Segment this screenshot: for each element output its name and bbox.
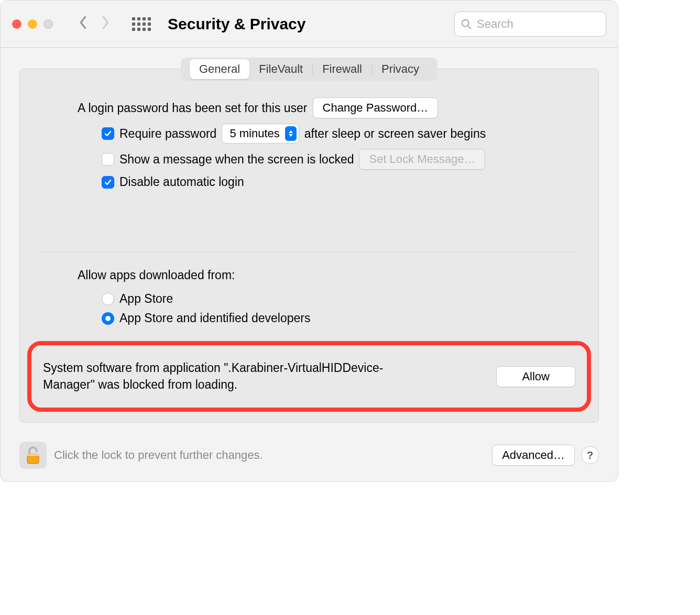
show-all-icon[interactable]	[132, 17, 151, 31]
tab-privacy[interactable]: Privacy	[372, 59, 429, 79]
toolbar: Security & Privacy	[1, 1, 618, 48]
advanced-button[interactable]: Advanced…	[492, 445, 575, 466]
radio-identified-label: App Store and identified developers	[119, 311, 310, 325]
chevron-up-down-icon	[285, 126, 297, 141]
disable-auto-login-checkbox[interactable]	[102, 176, 114, 189]
window-controls	[12, 19, 53, 29]
password-delay-value: 5 minutes	[229, 127, 279, 140]
radio-app-store-label: App Store	[119, 292, 173, 306]
login-password-row: A login password has been set for this u…	[78, 97, 563, 118]
allow-apps-label: Allow apps downloaded from:	[78, 268, 235, 282]
close-button[interactable]	[12, 19, 21, 29]
show-message-label: Show a message when the screen is locked	[119, 152, 354, 167]
search-wrap	[454, 12, 606, 37]
radio-app-store[interactable]	[102, 293, 114, 305]
require-password-checkbox[interactable]	[102, 127, 114, 140]
disable-auto-login-label: Disable automatic login	[119, 175, 244, 189]
allow-button[interactable]: Allow	[496, 366, 575, 387]
panel-inner: A login password has been set for this u…	[20, 97, 598, 189]
preferences-window: Security & Privacy General FileVault Fir…	[0, 0, 618, 482]
tab-bar: General FileVault Firewall Privacy	[181, 58, 438, 81]
change-password-button[interactable]: Change Password…	[313, 97, 439, 118]
body: General FileVault Firewall Privacy A log…	[1, 48, 618, 435]
set-lock-message-button: Set Lock Message…	[359, 149, 485, 170]
require-password-label: Require password	[119, 127, 216, 141]
lock-button[interactable]	[19, 442, 47, 469]
search-input[interactable]	[454, 12, 606, 37]
unlock-icon	[25, 445, 41, 466]
radio-identified-developers[interactable]	[102, 312, 114, 325]
tab-general[interactable]: General	[190, 59, 249, 79]
help-button[interactable]: ?	[581, 446, 599, 464]
general-panel: General FileVault Firewall Privacy A log…	[19, 69, 599, 423]
disable-auto-login-row: Disable automatic login	[102, 175, 244, 189]
radio-app-store-row: App Store	[102, 292, 173, 306]
footer: Click the lock to prevent further change…	[1, 435, 618, 481]
require-password-row: Require password 5 minutes after sleep o…	[102, 124, 486, 144]
forward-button[interactable]	[100, 15, 111, 32]
show-message-row: Show a message when the screen is locked…	[102, 149, 485, 170]
nav-buttons	[78, 15, 111, 32]
after-sleep-label: after sleep or screen saver begins	[304, 127, 486, 141]
tab-firewall[interactable]: Firewall	[313, 59, 371, 79]
lock-hint: Click the lock to prevent further change…	[54, 448, 263, 462]
blocked-software-message: System software from application ".Karab…	[43, 360, 420, 393]
blocked-software-callout: System software from application ".Karab…	[27, 341, 591, 412]
window-title: Security & Privacy	[168, 15, 305, 33]
back-button[interactable]	[78, 15, 89, 32]
tab-filevault[interactable]: FileVault	[249, 59, 312, 79]
divider	[41, 252, 577, 252]
minimize-button[interactable]	[28, 19, 37, 29]
gatekeeper-section: Allow apps downloaded from: App Store Ap…	[20, 268, 598, 325]
show-message-checkbox[interactable]	[102, 153, 114, 166]
svg-line-1	[468, 26, 471, 28]
login-password-label: A login password has been set for this u…	[78, 101, 308, 115]
radio-identified-row: App Store and identified developers	[102, 311, 310, 325]
zoom-button[interactable]	[43, 19, 53, 29]
svg-rect-3	[27, 454, 39, 456]
password-delay-select[interactable]: 5 minutes	[222, 124, 299, 144]
search-icon	[461, 18, 472, 30]
